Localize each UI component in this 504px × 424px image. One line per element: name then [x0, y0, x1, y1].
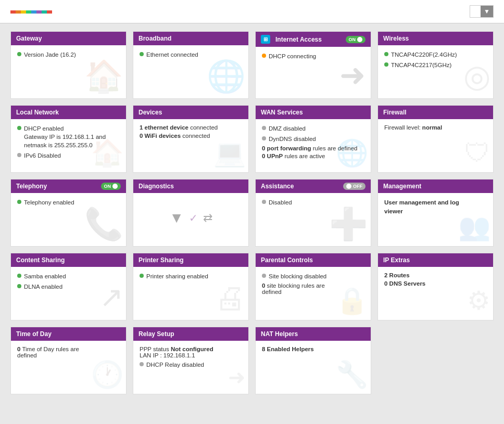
toggle-on[interactable]: ON	[346, 36, 366, 43]
bg-icon: 🖨	[215, 282, 246, 314]
card-header-devices: Devices	[133, 106, 248, 119]
card-body-telephony: Telephony enabled📞	[11, 193, 126, 242]
card-title: IP Extras	[383, 256, 410, 264]
card-broadband[interactable]: BroadbandEthernet connected🌐	[133, 31, 249, 99]
status-dot	[384, 62, 388, 67]
logo-rainbow	[10, 10, 52, 14]
status-text: TNCAP4C220F(2.4GHz)	[391, 50, 457, 59]
card-header-diagnostics: Diagnostics	[133, 179, 248, 193]
logo-area	[10, 9, 52, 14]
card-wireless[interactable]: WirelessTNCAP4C220F(2.4GHz)TNCAP4C2217(5…	[377, 31, 494, 99]
status-text: Ethernet connected	[146, 50, 198, 59]
status-dot	[140, 274, 144, 278]
status-line: Disabled	[262, 198, 364, 207]
status-text: Version Jade (16.2)	[24, 50, 76, 59]
admin-arrow-icon: ▼	[481, 6, 493, 17]
card-wan-services[interactable]: WAN Services DMZ disabled DynDNS disable…	[255, 105, 371, 173]
card-body-printer-sharing: Printer sharing enabled🖨	[133, 267, 248, 316]
card-header-management: Management	[378, 179, 493, 193]
status-line: Printer sharing enabled	[140, 272, 242, 280]
card-title: Assistance	[261, 183, 294, 190]
card-printer-sharing[interactable]: Printer SharingPrinter sharing enabled🖨	[133, 253, 249, 320]
status-dot	[140, 52, 144, 56]
toggle-off-label: OFF	[353, 184, 362, 189]
status-text: Printer sharing enabled	[146, 272, 208, 280]
card-nat-helpers[interactable]: NAT Helpers 8 Enabled Helpers 🔧	[255, 327, 371, 394]
card-parental-controls[interactable]: Parental Controls Site blocking disabled…	[255, 253, 371, 320]
card-title: Relay Setup	[138, 330, 174, 338]
status-line: TNCAP4C2217(5GHz)	[384, 61, 487, 69]
card-header-assistance: AssistanceOFF	[256, 179, 371, 193]
toggle-circle	[112, 184, 118, 189]
main-content: GatewayVersion Jade (16.2)🏠BroadbandEthe…	[0, 23, 504, 402]
status-dot	[384, 52, 388, 56]
toggle-on-label: ON	[349, 37, 356, 42]
status-dot	[262, 200, 266, 204]
card-gateway[interactable]: GatewayVersion Jade (16.2)🏠	[10, 31, 127, 99]
card-diagnostics[interactable]: Diagnostics ▼ ✓ ⇄	[133, 179, 249, 247]
admin-label	[470, 9, 481, 14]
card-title: Time of Day	[16, 330, 52, 338]
card-firewall[interactable]: Firewall Firewall level: normal 🛡	[377, 105, 494, 173]
admin-button[interactable]: ▼	[470, 5, 494, 18]
card-title: Gateway	[16, 35, 42, 42]
card-time-of-day[interactable]: Time of Day 0 Time of Day rules aredefin…	[10, 327, 127, 394]
card-header-broadband: Broadband	[133, 32, 248, 45]
status-line: TNCAP4C220F(2.4GHz)	[384, 50, 487, 59]
card-title: Content Sharing	[16, 256, 65, 264]
card-header-gateway: Gateway	[11, 32, 126, 45]
card-title: Wireless	[383, 35, 409, 42]
dashboard-grid: GatewayVersion Jade (16.2)🏠BroadbandEthe…	[10, 31, 494, 394]
card-ip-extras[interactable]: IP Extras 2 Routes 0 DNS Servers ⚙	[377, 253, 494, 320]
bg-icon: 📞	[84, 209, 123, 240]
card-relay-setup[interactable]: Relay Setup PPP status Not configuredLAN…	[133, 327, 249, 394]
card-header-nat-helpers: NAT Helpers	[256, 327, 371, 341]
card-body-assistance: Disabled➕	[256, 193, 371, 242]
card-header-printer-sharing: Printer Sharing	[133, 253, 248, 267]
card-header-wan-services: WAN Services	[256, 106, 371, 119]
bg-icon: ➕	[329, 209, 368, 240]
bg-icon: 🌐	[207, 61, 246, 92]
status-text: Telephony enabled	[24, 198, 74, 207]
card-title: Telephony	[16, 183, 47, 190]
header: ▼	[0, 0, 504, 23]
card-content-sharing[interactable]: Content Sharing Samba enabled DLNA enabl…	[10, 253, 127, 320]
card-header-time-of-day: Time of Day	[11, 327, 126, 341]
status-dot	[17, 200, 21, 204]
card-header-wireless: Wireless	[378, 32, 493, 45]
card-telephony[interactable]: TelephonyONTelephony enabled📞	[10, 179, 127, 247]
card-title: Firewall	[383, 109, 407, 116]
card-title: Internet Access	[275, 36, 322, 43]
card-management[interactable]: Management User management and logviewer…	[377, 179, 494, 247]
card-header-firewall: Firewall	[378, 106, 493, 119]
card-assistance[interactable]: AssistanceOFFDisabled➕	[255, 179, 371, 247]
card-local-network[interactable]: Local Network DHCP enabledGateway IP is …	[10, 105, 127, 173]
card-header-parental-controls: Parental Controls	[256, 253, 371, 267]
toggle-on[interactable]: ON	[101, 183, 121, 190]
card-title: Devices	[138, 109, 162, 116]
card-body-broadband: Ethernet connected🌐	[133, 45, 248, 95]
card-title: WAN Services	[261, 109, 303, 116]
status-line: Version Jade (16.2)	[17, 50, 120, 59]
card-title: Management	[383, 183, 421, 190]
toggle-off[interactable]: OFF	[343, 183, 366, 190]
card-header-telephony: TelephonyON	[11, 179, 126, 193]
card-title: NAT Helpers	[261, 330, 298, 338]
status-line: Telephony enabled	[17, 198, 120, 207]
card-title: Parental Controls	[261, 256, 313, 264]
status-line: Ethernet connected	[140, 50, 242, 59]
card-internet-access[interactable]: ⊞Internet AccessON DHCP connecting ➜	[255, 31, 371, 99]
card-title: Local Network	[16, 109, 59, 116]
status-text: Disabled	[269, 198, 292, 207]
card-title: Diagnostics	[138, 183, 174, 190]
bg-icon: 🏠	[84, 61, 123, 92]
card-header-internet-access: ⊞Internet AccessON	[256, 32, 371, 47]
card-devices[interactable]: Devices 1 ethernet device connected 0 Wi…	[133, 105, 249, 173]
toggle-circle	[357, 37, 362, 42]
toggle-circle	[346, 184, 351, 189]
toggle-on-label: ON	[104, 184, 111, 189]
card-header-relay-setup: Relay Setup	[133, 327, 248, 341]
card-title: Broadband	[138, 35, 171, 42]
card-header-content-sharing: Content Sharing	[11, 253, 126, 267]
card-title: Printer Sharing	[138, 256, 184, 264]
